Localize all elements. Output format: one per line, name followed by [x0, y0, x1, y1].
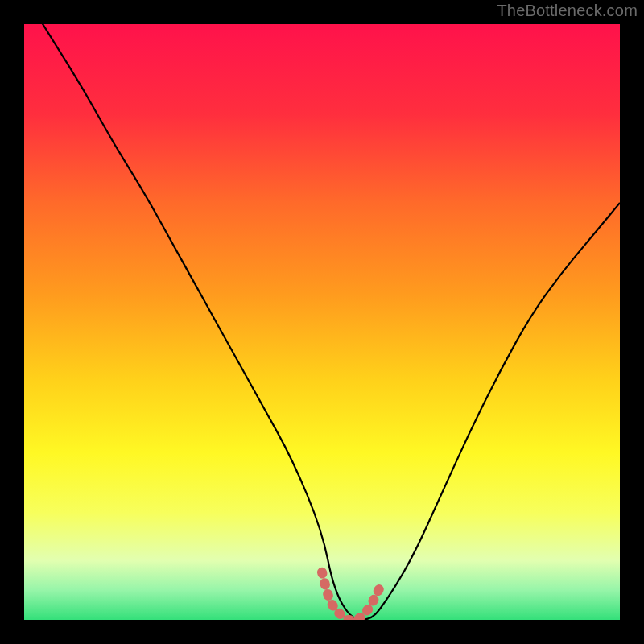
watermark-text: TheBottleneck.com [497, 2, 638, 20]
bottleneck-chart [0, 0, 644, 644]
chart-frame: TheBottleneck.com [0, 0, 644, 644]
gradient-background [24, 24, 620, 620]
